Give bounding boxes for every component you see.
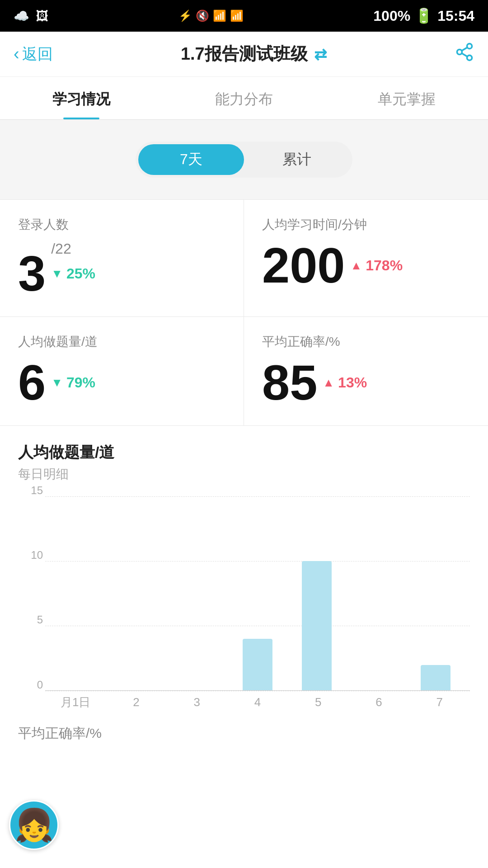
period-toggle: 7天 累计 [136, 142, 352, 178]
bar-chart: 15 10 5 0 月1日234567 [18, 496, 470, 713]
period-cumulative[interactable]: 累计 [244, 144, 350, 175]
stat-login-count: 登录人数 3 /22 ▼ 25% [0, 200, 244, 317]
shuffle-icon[interactable]: ⇄ [314, 45, 327, 63]
bar-col-6 [406, 496, 465, 691]
stat-accuracy-value: 85 [262, 358, 317, 407]
stat-accuracy-change: ▲ 13% [323, 374, 367, 391]
arrow-down-icon: ▼ [51, 267, 63, 281]
period-7days[interactable]: 7天 [138, 144, 244, 175]
battery-pct: 100% [373, 8, 410, 24]
stat-accuracy: 平均正确率/% 85 ▲ 13% [244, 317, 488, 425]
stat-study-time: 人均学习时间/分钟 200 ▲ 178% [244, 200, 488, 317]
bar-col-4 [287, 496, 347, 691]
stat-questions-change: ▼ 79% [51, 374, 95, 391]
stat-login-value-row: 3 /22 ▼ 25% [18, 241, 225, 298]
svg-line-4 [462, 47, 468, 51]
header: ‹ 返回 1.7报告测试班级 ⇄ [0, 32, 488, 77]
bluetooth-icon: ⚡ [178, 9, 192, 22]
stat-questions-label: 人均做题量/道 [18, 333, 225, 350]
status-right: 100% 🔋 15:54 [373, 7, 474, 24]
stat-questions-value: 6 [18, 358, 46, 407]
chevron-left-icon: ‹ [14, 44, 19, 64]
chart-section: 人均做题量/道 每日明细 15 10 5 0 [0, 426, 488, 713]
tab-study[interactable]: 学习情况 [0, 77, 163, 119]
period-section: 7天 累计 [0, 120, 488, 199]
back-label: 返回 [22, 44, 53, 65]
bottom-chart-label: 平均正确率/% [0, 713, 488, 752]
arrow-down-icon-2: ▼ [51, 376, 63, 390]
stats-grid: 登录人数 3 /22 ▼ 25% 人均学习时间/分钟 200 ▲ 178% [0, 199, 488, 426]
status-icons: ⚡ 🔇 📶 📶 [178, 9, 244, 22]
bar-6 [421, 665, 450, 691]
x-label-4: 5 [288, 695, 348, 709]
stat-questions: 人均做题量/道 6 ▼ 79% [0, 317, 244, 425]
bar-col-0 [50, 496, 109, 691]
signal-icon: 📶 [230, 9, 244, 22]
stat-study-time-value-row: 200 ▲ 178% [262, 241, 470, 290]
x-label-5: 6 [348, 695, 409, 709]
bar-3 [243, 639, 272, 691]
stat-study-time-change: ▲ 178% [351, 257, 403, 274]
arrow-up-icon: ▲ [351, 259, 362, 273]
bar-4 [302, 561, 332, 691]
bar-col-3 [228, 496, 287, 691]
status-bar: ☁️ 🖼 ⚡ 🔇 📶 📶 100% 🔋 15:54 [0, 0, 488, 32]
x-label-6: 7 [409, 695, 470, 709]
svg-line-3 [462, 53, 468, 57]
avatar[interactable]: 👧 [9, 800, 59, 850]
chart-title: 人均做题量/道 [18, 442, 470, 463]
battery-icon: 🔋 [415, 7, 433, 24]
tab-bar: 学习情况 能力分布 单元掌握 [0, 77, 488, 120]
clock: 15:54 [437, 8, 474, 24]
bar-col-5 [347, 496, 406, 691]
stat-study-time-value: 200 [262, 241, 345, 290]
stat-login-label: 登录人数 [18, 216, 225, 233]
tab-unit[interactable]: 单元掌握 [325, 77, 488, 119]
image-icon: 🖼 [36, 9, 48, 24]
stat-login-value: 3 [18, 249, 46, 298]
mute-icon: 🔇 [196, 9, 209, 22]
stat-study-time-label: 人均学习时间/分钟 [262, 216, 470, 233]
stat-accuracy-label: 平均正确率/% [262, 333, 470, 350]
stat-questions-value-row: 6 ▼ 79% [18, 358, 225, 407]
bar-col-1 [109, 496, 168, 691]
stat-login-sub: /22 [51, 241, 95, 257]
chart-subtitle: 每日明细 [18, 466, 470, 483]
weather-icon: ☁️ [14, 9, 29, 24]
x-label-0: 月1日 [45, 694, 106, 710]
bar-col-2 [169, 496, 228, 691]
status-left: ☁️ 🖼 [14, 9, 48, 24]
tab-ability[interactable]: 能力分布 [163, 77, 325, 119]
arrow-up-icon-2: ▲ [323, 376, 334, 390]
wifi-icon: 📶 [213, 9, 226, 22]
back-button[interactable]: ‹ 返回 [14, 44, 53, 65]
bars-container [45, 496, 470, 691]
stat-login-change: ▼ 25% [51, 265, 95, 282]
x-label-1: 2 [106, 695, 166, 709]
x-label-3: 4 [227, 695, 288, 709]
x-label-2: 3 [167, 695, 227, 709]
avatar-emoji: 👧 [14, 807, 54, 844]
share-button[interactable] [455, 42, 474, 66]
page-title: 1.7报告测试班级 ⇄ [181, 42, 327, 66]
stat-accuracy-value-row: 85 ▲ 13% [262, 358, 470, 407]
x-axis: 月1日234567 [45, 691, 470, 713]
